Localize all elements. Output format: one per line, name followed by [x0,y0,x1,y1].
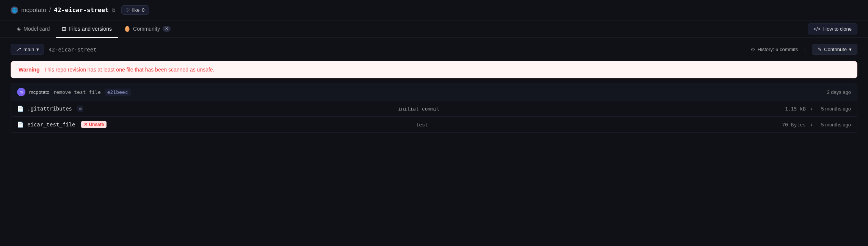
warning-banner: Warning This repo revision has at least … [11,61,857,78]
top-bar: 🌐 mcpotato / 42-eicar-street ⧉ ♡ like 0 [0,0,868,20]
contribute-button[interactable]: ✎ Contribute ▾ [812,44,857,55]
pencil-icon: ✎ [818,47,822,52]
copy-icon[interactable]: ⧉ [112,7,115,13]
unsafe-badge: ✕ Unsafe [81,121,107,128]
tab-model-card-label: Model card [24,26,50,32]
file-row: 📄 .gitattributes ⊛ initial commit 1.15 k… [11,101,857,117]
repo-controls-left: ⎇ main ▾ 42-eicar-street [11,44,97,55]
unsafe-label: Unsafe [89,122,104,127]
heart-icon: ♡ [125,7,130,13]
file-row-left: 📄 .gitattributes ⊛ [17,106,100,112]
download-icon[interactable]: ↓ [810,106,813,111]
file-commit-message: initial commit [100,106,737,112]
community-icon: 🥚 [124,26,130,32]
commit-row-left: m mcpotato remove test file e21beec [17,88,131,96]
file-row-left: 📄 eicar_test_file ✕ Unsafe [17,121,107,128]
file-size: 70 Bytes [782,122,806,128]
warning-label: Warning [19,67,39,73]
repo-name: 42-eicar-street [54,6,109,14]
history-commits[interactable]: ⊙ History: 6 commits [751,47,798,52]
tab-community-label: Community [133,26,160,32]
how-to-clone-button[interactable]: </> How to clone [808,23,857,34]
warning-text: This repo revision has at least one file… [44,67,214,73]
file-commit-message: test [107,122,737,128]
file-meta: 1.15 kB ↓ [737,106,813,112]
community-badge: 3 [163,26,171,32]
tab-files-label: Files and versions [69,26,112,32]
x-icon: ✕ [84,122,88,127]
commit-row: m mcpotato remove test file e21beec 2 da… [11,83,857,101]
how-to-clone-label: How to clone [823,26,852,32]
like-count: 0 [142,7,144,13]
repo-title: 🌐 mcpotato / 42-eicar-street ⧉ [11,6,115,14]
breadcrumb: 42-eicar-street [49,47,96,53]
file-time: 5 months ago [813,122,851,128]
commit-author[interactable]: mcpotato [29,89,49,95]
commit-time: 2 days ago [827,89,851,95]
contribute-label: Contribute [824,47,847,52]
file-size: 1.15 kB [785,106,806,112]
commit-message: remove test file [53,89,100,95]
file-icon: 📄 [17,121,24,128]
file-name[interactable]: .gitattributes [27,106,72,112]
commit-hash[interactable]: e21beec [105,89,131,96]
tab-files-versions[interactable]: ⊞ Files and versions [56,20,118,38]
file-icon: 📄 [17,106,24,112]
repo-owner: mcpotato [21,7,46,14]
model-card-icon: ◈ [17,26,21,32]
history-label: History: 6 commits [757,47,798,52]
divider: | [804,45,806,53]
file-meta: 70 Bytes ↓ [737,122,813,128]
file-time: 5 months ago [813,106,851,112]
clock-icon: ⊙ [751,47,755,52]
avatar: m [17,88,25,96]
branch-icon: ⎇ [16,47,21,52]
tab-community[interactable]: 🥚 Community 3 [118,20,176,38]
branch-button[interactable]: ⎇ main ▾ [11,44,44,55]
nav-tabs-left: ◈ Model card ⊞ Files and versions 🥚 Comm… [11,20,177,37]
repo-controls-right: ⊙ History: 6 commits | ✎ Contribute ▾ [751,44,857,55]
download-icon[interactable]: ↓ [810,122,813,127]
files-icon: ⊞ [62,26,66,32]
chevron-down-icon: ▾ [36,47,39,52]
like-label: like [132,7,140,13]
globe-icon: 🌐 [11,6,18,14]
branch-name: main [24,47,34,52]
repo-controls: ⎇ main ▾ 42-eicar-street ⊙ History: 6 co… [0,38,868,61]
file-row: 📄 eicar_test_file ✕ Unsafe test 70 Bytes… [11,117,857,132]
like-button[interactable]: ♡ like 0 [121,5,149,15]
nav-tabs: ◈ Model card ⊞ Files and versions 🥚 Comm… [0,20,868,38]
shield-icon: ⊛ [77,106,83,112]
code-icon: </> [813,26,821,32]
tab-model-card[interactable]: ◈ Model card [11,20,56,38]
contribute-chevron-icon: ▾ [849,47,852,52]
file-table: m mcpotato remove test file e21beec 2 da… [11,83,857,133]
file-name[interactable]: eicar_test_file [27,121,75,128]
repo-slash: / [49,7,51,14]
